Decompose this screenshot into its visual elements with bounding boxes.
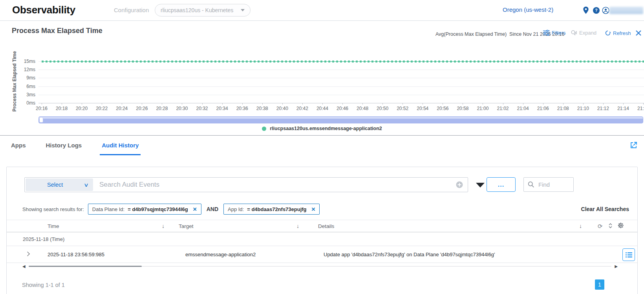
audit-search-input[interactable] (94, 181, 456, 189)
sort-details-icon[interactable]: ↓ (579, 223, 582, 229)
remove-filter-icon[interactable]: ✕ (191, 206, 197, 212)
chip-field: App Id: (228, 206, 244, 212)
page-1-button[interactable]: 1 (595, 279, 604, 290)
clear-all-searches-button[interactable]: Clear All Searches (581, 206, 629, 212)
region-link[interactable]: Oregon (us-west-2) (503, 6, 553, 13)
x-tick-mark (443, 103, 443, 105)
x-tick-label: 21:10 (573, 106, 593, 111)
x-tick-mark (102, 103, 102, 105)
results-summary: Showing 1-1 of 1 (22, 282, 65, 288)
table-refresh-icon[interactable]: ⟳ (598, 223, 603, 230)
x-tick-label: 20:24 (112, 106, 132, 111)
add-search-clause-icon[interactable] (456, 181, 463, 188)
table-horizontal-scrollbar[interactable]: ◀ ▶ (22, 264, 618, 269)
location-pin-icon[interactable] (582, 6, 590, 15)
expand-row-chevron-icon[interactable] (25, 252, 29, 256)
chart-title: Process Max Elapsed Time (12, 27, 102, 35)
x-tick-label: 21:16 (633, 106, 644, 111)
chart-time-scrollbar[interactable] (38, 116, 643, 123)
table-row[interactable]: 2025-11-18 23:56:59:985 emssendmessage-a… (7, 246, 637, 263)
audit-history-panel: Select ∨ ... Showing search results for:… (6, 167, 638, 294)
x-tick-label: 20:34 (212, 106, 232, 111)
chevron-down-icon: ∨ (84, 182, 89, 188)
filter-operator: AND (207, 206, 218, 212)
x-tick-label: 20:58 (452, 106, 473, 111)
x-tick-label: 20:54 (412, 106, 433, 111)
x-tick-label: 20:56 (432, 106, 453, 111)
search-field-select-label: Select (26, 182, 84, 188)
x-tick-mark (402, 103, 403, 105)
x-tick-label: 20:44 (312, 106, 333, 111)
x-tick-mark (423, 103, 423, 105)
x-tick-label: 20:30 (172, 106, 192, 111)
column-target: Target (179, 223, 194, 229)
x-tick-mark (523, 103, 523, 105)
x-tick-label: 20:42 (292, 106, 313, 111)
y-tick-label: 0ms (0, 100, 35, 106)
find-input[interactable] (538, 181, 566, 188)
saved-searches-dropdown-icon[interactable] (476, 183, 485, 187)
table-settings-gear-icon[interactable] (618, 222, 624, 229)
remove-filter-icon[interactable]: ✕ (310, 206, 316, 212)
configuration-label: Configuration (114, 7, 149, 13)
y-tick-label: 12ms (0, 67, 35, 72)
expand-collapse-rows-icon[interactable] (608, 222, 613, 230)
cell-details: Update app 'd4bdaas72nfs73epujfg' on Dat… (324, 252, 495, 257)
cell-target: emssendmessage-application2 (185, 252, 256, 257)
x-tick-mark (262, 103, 263, 105)
x-tick-mark (82, 103, 82, 105)
filters-button[interactable]: Filters (543, 30, 565, 36)
redacted-username[interactable] (609, 7, 643, 14)
x-tick-mark (182, 103, 182, 105)
x-tick-label: 20:50 (372, 106, 393, 111)
user-icon[interactable] (601, 6, 610, 15)
sort-time-icon[interactable]: ↓ (162, 223, 165, 229)
tab-history-logs[interactable]: History Logs (44, 136, 84, 155)
expand-button[interactable]: Expand (570, 30, 596, 36)
x-tick-label: 21:00 (472, 106, 493, 111)
configuration-dropdown[interactable]: rliucpsaas120us - Kubernetes (155, 4, 251, 17)
more-options-button[interactable]: ... (487, 177, 516, 192)
sort-target-icon[interactable]: ↓ (296, 223, 299, 229)
expand-chart-icon (570, 30, 577, 36)
app-title: Observability (12, 4, 75, 16)
app-header: Observability Configuration rliucpsaas12… (0, 0, 644, 21)
x-tick-mark (543, 103, 543, 105)
gridline (38, 78, 644, 78)
gridline (38, 95, 644, 95)
x-tick-mark (503, 103, 503, 105)
y-tick-label: 6ms (0, 84, 35, 89)
x-tick-label: 20:28 (152, 106, 172, 111)
x-tick-mark (162, 103, 162, 105)
filter-chip-app-id: App Id: = d4bdaas72nfs73epujfg ✕ (223, 204, 320, 215)
x-tick-label: 21:02 (493, 106, 513, 111)
chip-value: = d4b97sqjmtqc73944l6g (128, 206, 188, 212)
tab-audit-history[interactable]: Audit History (100, 136, 141, 155)
chart-scrollbar-handle[interactable] (39, 117, 43, 123)
x-tick-label: 20:20 (71, 106, 92, 111)
close-chart-icon[interactable] (635, 30, 642, 36)
x-tick-mark (342, 103, 343, 105)
help-icon[interactable]: ? (592, 6, 600, 15)
expand-label: Expand (579, 30, 596, 36)
x-tick-label: 20:22 (91, 106, 112, 111)
legend-series-label: rliucpsaas120us.emssendmessage-applicati… (270, 126, 382, 131)
audit-search-container: Select ∨ (24, 177, 468, 192)
x-tick-mark (563, 103, 564, 105)
tab-apps[interactable]: Apps (9, 136, 28, 155)
row-details-list-button[interactable] (622, 248, 635, 261)
search-field-select[interactable]: Select ∨ (26, 178, 93, 191)
x-tick-mark (623, 103, 624, 105)
find-box (523, 177, 574, 192)
refresh-button[interactable]: Refresh (605, 30, 631, 36)
scroll-left-icon[interactable]: ◀ (22, 264, 26, 269)
observability-page: Observability Configuration rliucpsaas12… (0, 0, 644, 294)
scroll-right-icon[interactable]: ▶ (615, 264, 618, 269)
x-tick-label: 20:38 (252, 106, 273, 111)
scrollbar-thumb[interactable] (29, 266, 142, 267)
filter-chip-data-plane-id: Data Plane Id: = d4b97sqjmtqc73944l6g ✕ (88, 204, 201, 215)
chip-field: Data Plane Id: (92, 206, 124, 212)
x-tick-mark (242, 103, 243, 105)
cell-time: 2025-11-18 23:56:59:985 (48, 252, 104, 257)
open-fullscreen-icon[interactable] (630, 141, 638, 149)
